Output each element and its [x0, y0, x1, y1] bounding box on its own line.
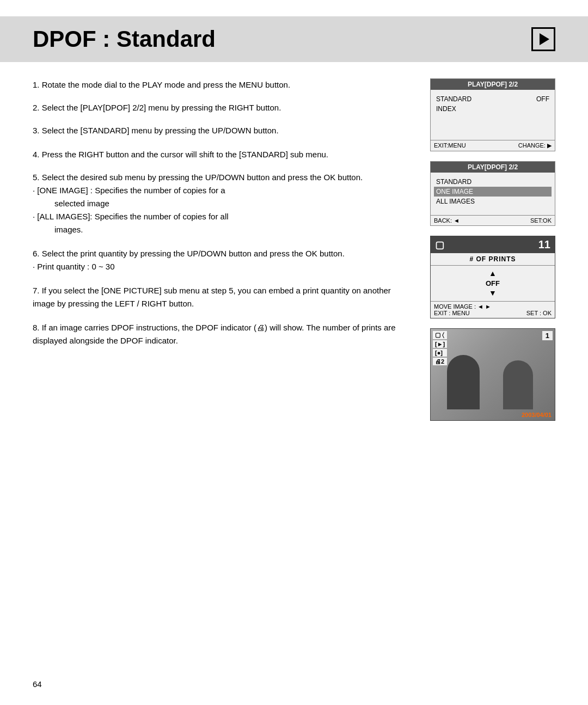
panel2-one-image-row: ONE IMAGE	[434, 187, 552, 197]
photo-dpof-icon: 🖨2	[433, 358, 447, 365]
instruction-3: 3. Select the [STANDARD] menu by pressin…	[33, 124, 414, 137]
instruction-7: 7. If you select the [ONE PICTURE] sub m…	[33, 284, 414, 310]
panel2-all-images-row: ALL IMAGES	[436, 197, 549, 206]
panel-print-qty: ▢ 11 # OF PRINTS ▲ OFF ▼ MOVE IMAGE : ◄ …	[430, 236, 555, 318]
play-icon	[531, 27, 555, 51]
panel3-col-label: # OF PRINTS	[431, 253, 555, 266]
instruction-5: 5. Select the desired sub menu by pressi…	[33, 171, 414, 236]
instruction-4: 4. Press the RIGHT button and the cursor…	[33, 148, 414, 161]
ui-panels-column: PLAY[DPOF] 2/2 STANDARD OFF INDEX EXIT:M…	[430, 78, 555, 421]
photo-number: 1	[542, 331, 553, 340]
photo-overlay: ▢ 〈 [►] [●] 🖨2 1	[433, 331, 553, 365]
panel2-standard-row: STANDARD	[436, 177, 549, 187]
panel1-standard-row: STANDARD OFF	[436, 94, 549, 104]
panel2-footer: BACK: ◄ SET:OK	[431, 215, 555, 225]
panel3-header: ▢ 11	[431, 236, 555, 253]
panel3-arrow-up: ▲	[431, 269, 555, 278]
photo-icons-left: ▢ 〈 [►] [●] 🖨2	[433, 331, 447, 365]
panel2-title: PLAY[DPOF] 2/2	[431, 162, 555, 173]
page-title: DPOF : Standard	[33, 26, 216, 52]
panel3-value: OFF	[431, 279, 555, 287]
photo-cam-icon: ▢ 〈	[433, 331, 447, 339]
photo-play-icon: [►]	[433, 340, 447, 348]
page-header: DPOF : Standard	[0, 16, 588, 62]
panel-photo-preview: ▢ 〈 [►] [●] 🖨2 1 2003/04/01	[430, 328, 555, 421]
panel3-footer: MOVE IMAGE : ◄ ► EXIT : MENU SET : OK	[431, 301, 555, 318]
panel3-number: 11	[538, 238, 550, 251]
panel1-footer: EXIT:MENU CHANGE: ▶	[431, 140, 555, 151]
instruction-8: 8. If an image carries DPOF instructions…	[33, 321, 414, 347]
panel-standard-index: PLAY[DPOF] 2/2 STANDARD OFF INDEX EXIT:M…	[430, 78, 555, 151]
panel3-cam-icon: ▢	[435, 239, 444, 251]
instruction-1: 1. Rotate the mode dial to the PLAY mode…	[33, 78, 414, 91]
instruction-2: 2. Select the [PLAY[DPOF] 2/2] menu by p…	[33, 101, 414, 114]
panel1-title: PLAY[DPOF] 2/2	[431, 79, 555, 90]
sub-item-print-qty: · Print quantity : 0 ~ 30	[33, 260, 414, 273]
instructions-column: 1. Rotate the mode dial to the PLAY mode…	[33, 78, 414, 421]
instruction-6: 6. Select the print quantity by pressing…	[33, 247, 414, 273]
panel1-index-row: INDEX	[436, 104, 549, 114]
page-number: 64	[33, 679, 42, 689]
sub-item-one-image: · [ONE IMAGE] : Specifies the number of …	[33, 184, 414, 210]
sub-item-all-images: · [ALL IMAGES]: Specifies the number of …	[33, 210, 414, 236]
panel-sub-menu: PLAY[DPOF] 2/2 STANDARD ONE IMAGE ALL IM…	[430, 161, 555, 226]
photo-rec-icon: [●]	[433, 349, 447, 357]
photo-date: 2003/04/01	[522, 412, 552, 418]
panel3-arrow-down: ▼	[431, 289, 555, 298]
main-content: 1. Rotate the mode dial to the PLAY mode…	[33, 78, 555, 421]
